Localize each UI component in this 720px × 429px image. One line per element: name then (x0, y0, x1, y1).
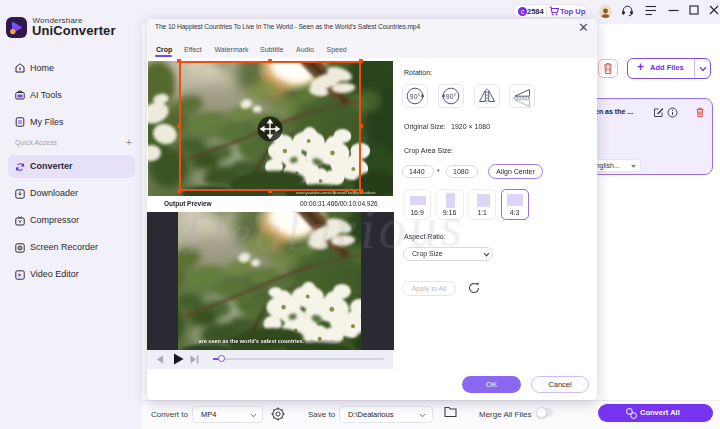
svg-text:90°: 90° (410, 93, 421, 100)
svg-text:90°: 90° (445, 93, 456, 100)
